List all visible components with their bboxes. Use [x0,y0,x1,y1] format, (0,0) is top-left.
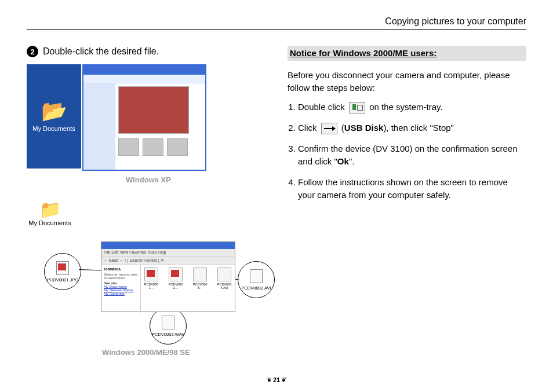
win2k-menubar: File Edit View Favorites Tools Help [101,249,235,257]
step-2: 2 Double-click the desired file. [27,46,270,57]
page-number: 21 [0,376,553,384]
folder-icon: 📁 [39,199,61,219]
xp-toolbar [83,75,205,83]
callout-jpg-label: PCDV0001.JPG [47,277,78,283]
system-tray-icon [349,102,365,113]
xp-desktop: 📂 My Documents [27,64,81,168]
windows-xp-illustration: 📂 My Documents [27,64,270,171]
thumbnail [143,138,163,156]
callout-avi: PCDV0002.AVI [238,261,275,298]
callout-wav-label: PCDV0003.WAV [152,332,184,337]
file-item: PCDV0003… [192,268,208,310]
thumbnail [167,138,188,156]
notice-heading: Notice for Windows 2000/ME users: [288,46,526,61]
photo-preview [118,86,189,134]
win2k-diagram: PCDV0001.JPG PCDV0002.AVI PCDV0003.WAV [27,236,270,346]
callout-jpg: PCDV0001.JPG [44,253,81,290]
thumbnail [118,138,139,156]
usb-eject-icon [321,123,337,134]
win2k-sidepanel: 100MEDIA Select an item to view its desc… [101,265,141,313]
side-link: My Computer [104,292,138,295]
file-icon [56,261,69,275]
xp-caption: Windows XP [27,175,270,184]
notice-step-1: Double click on the system-tray. [298,101,526,113]
win2k-explorer-window: File Edit View Favorites Tools Help ← Ba… [101,241,235,312]
notice-step-3: Confirm the device (DV 3100) on the conf… [298,142,526,168]
side-heading: 100MEDIA [104,268,138,271]
xp-titlebar [83,65,205,75]
right-column: Notice for Windows 2000/ME users: Before… [288,46,526,357]
file-item: PCDV0001… [143,268,159,310]
file-item: PCDV0004.AVI [216,268,232,310]
side-desc: Select an item to view its description. [104,273,138,280]
notice-step-2: Click (USB Disk), then click "Stop" [298,122,526,134]
win2k-caption: Windows 2000/ME/98 SE [102,348,270,357]
win2k-titlebar [101,242,235,249]
xp-content [115,83,205,170]
file-icon [250,269,263,283]
step-number-badge: 2 [27,46,38,57]
file-icon [162,316,174,329]
notice-step-4: Follow the instructions shown on the scr… [298,176,526,202]
my-documents-desktop-icon: 📂 [41,101,67,122]
win2k-file-area: PCDV0001… PCDV0002… PCDV0003… PCDV0004.A… [141,265,235,313]
callout-avi-label: PCDV0002.AVI [241,285,271,291]
my-documents-label: My Documents [28,219,71,226]
step-text: Double-click the desired file. [43,46,159,57]
file-item: PCDV0002… [168,268,184,310]
my-documents-desktop-label: My Documents [32,125,75,132]
callout-wav: PCDV0003.WAV [150,307,187,345]
xp-explorer-window [82,64,206,171]
page-header: Copying pictures to your computer [27,16,526,30]
notice-steps: Double click on the system-tray. Click (… [288,101,526,201]
left-column: 2 Double-click the desired file. 📂 My Do… [27,46,270,357]
my-documents-standalone: 📁 My Documents [27,199,73,226]
xp-sidepanel [83,83,115,170]
win2k-toolbar: ← Back → ↑ | Search Folders | ✕ [101,257,235,265]
thumbnail-row [118,138,202,156]
notice-intro: Before you disconnect your camera and co… [288,69,526,94]
